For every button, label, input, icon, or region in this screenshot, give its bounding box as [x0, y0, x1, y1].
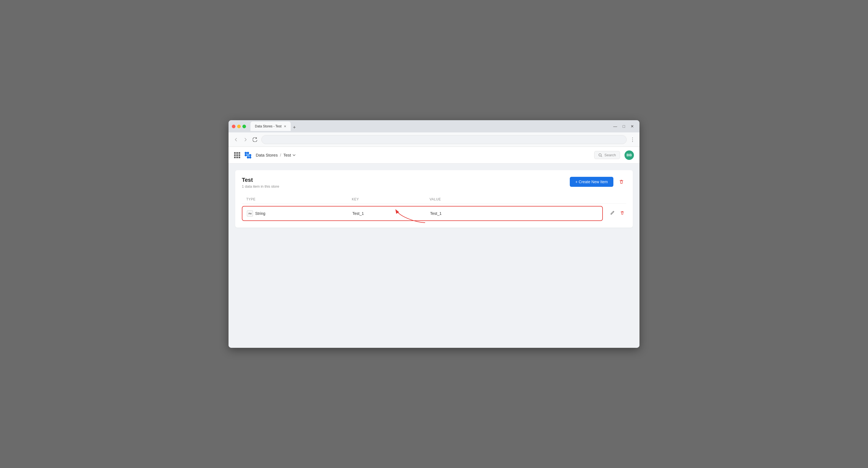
chevron-down-icon	[292, 153, 296, 157]
close-window-btn[interactable]	[232, 125, 236, 128]
table-area: Aa String Test_1 Test_1	[242, 206, 626, 221]
table-row[interactable]: Aa String Test_1 Test_1	[242, 206, 603, 221]
nav-right: ⋮	[629, 135, 636, 144]
svg-point-3	[247, 154, 249, 156]
avatar[interactable]: BB	[624, 151, 634, 160]
forward-btn[interactable]	[241, 135, 250, 144]
trash-row-icon	[620, 211, 624, 215]
window-controls	[232, 125, 246, 128]
edit-row-button[interactable]	[609, 209, 616, 218]
minimize-btn[interactable]: —	[611, 123, 619, 130]
svg-point-4	[249, 154, 251, 156]
col-key-header: Key	[352, 197, 430, 201]
delete-store-button[interactable]	[617, 177, 626, 187]
app-header: Data Stores / Test Search BB	[228, 147, 640, 163]
address-bar[interactable]	[261, 135, 627, 144]
maximize-btn[interactable]: □	[621, 123, 627, 130]
svg-point-5	[247, 156, 249, 158]
maximize-window-btn[interactable]	[242, 125, 246, 128]
back-icon	[234, 137, 238, 142]
row-value-cell: Test_1	[430, 211, 598, 216]
nav-bar: ⋮	[228, 132, 640, 147]
type-icon: Aa	[247, 210, 253, 217]
refresh-btn[interactable]	[251, 135, 259, 144]
table-header: Type Key Value	[242, 195, 626, 204]
new-tab-btn[interactable]: +	[291, 124, 298, 131]
breadcrumb: Data Stores / Test	[256, 153, 296, 157]
svg-point-6	[249, 156, 251, 158]
table-row-wrapper: Aa String Test_1 Test_1	[242, 206, 626, 221]
minimize-window-btn[interactable]	[237, 125, 241, 128]
search-text: Search	[604, 153, 616, 157]
breadcrumb-current[interactable]: Test	[283, 153, 296, 157]
nav-buttons	[232, 135, 259, 144]
card-header: Test 1 data item in this store + Create …	[242, 177, 626, 188]
svg-point-0	[245, 152, 247, 154]
tab-title: Data Stores - Test	[255, 124, 282, 128]
breadcrumb-parent-link[interactable]: Data Stores	[256, 153, 278, 157]
row-type-label: String	[255, 211, 266, 216]
col-type-header: Type	[246, 197, 352, 201]
app-logo	[244, 151, 252, 160]
search-icon	[598, 153, 602, 157]
page-title: Test	[242, 177, 279, 183]
title-bar-controls: — □ ✕	[611, 123, 636, 130]
tab-close-btn[interactable]: ✕	[284, 125, 286, 128]
card-title-area: Test 1 data item in this store	[242, 177, 279, 188]
back-btn[interactable]	[232, 135, 240, 144]
svg-point-2	[245, 154, 247, 156]
main-content: Test 1 data item in this store + Create …	[228, 163, 640, 348]
col-value-header: Value	[430, 197, 622, 201]
create-new-item-button[interactable]: + Create New Item	[570, 177, 613, 187]
svg-point-1	[247, 152, 249, 154]
delete-row-button[interactable]	[618, 209, 626, 218]
row-type-cell: Aa String	[247, 210, 352, 217]
app-logo-area: Data Stores / Test	[234, 151, 296, 160]
search-bar[interactable]: Search	[594, 151, 620, 159]
trash-icon	[619, 179, 624, 184]
content-card: Test 1 data item in this store + Create …	[235, 170, 633, 228]
card-actions: + Create New Item	[570, 177, 626, 187]
header-right: Search BB	[594, 151, 634, 160]
row-key-cell: Test_1	[352, 211, 430, 216]
breadcrumb-separator: /	[280, 153, 281, 157]
breadcrumb-current-text: Test	[283, 153, 291, 157]
page-subtitle: 1 data item in this store	[242, 184, 279, 188]
forward-icon	[243, 137, 248, 142]
nav-menu-btn[interactable]: ⋮	[629, 135, 636, 144]
edit-icon	[610, 211, 615, 215]
apps-grid-icon[interactable]	[234, 152, 240, 158]
active-tab[interactable]: Data Stores - Test ✕	[250, 122, 291, 131]
row-actions	[606, 209, 626, 218]
refresh-icon	[253, 137, 257, 142]
close-btn[interactable]: ✕	[628, 123, 636, 130]
title-bar: Data Stores - Test ✕ + — □ ✕	[228, 120, 640, 132]
tab-bar: Data Stores - Test ✕ +	[248, 122, 609, 131]
